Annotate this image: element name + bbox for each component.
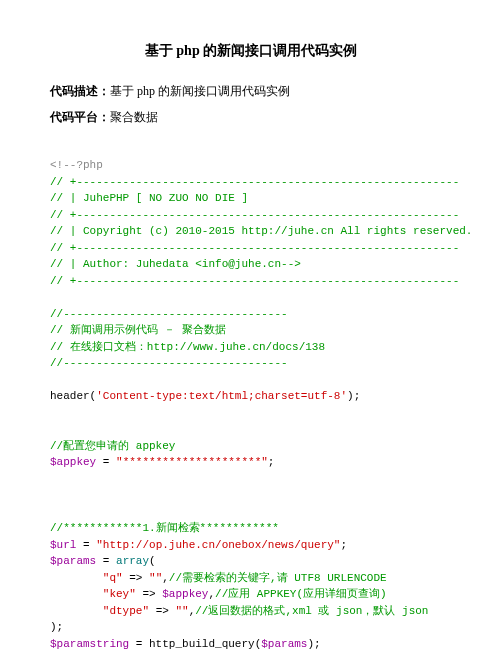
code-line: // +------------------------------------… [50, 209, 459, 221]
code-line: header('Content-type:text/html;charset=u… [50, 390, 360, 402]
code-line: // 新闻调用示例代码 － 聚合数据 [50, 324, 226, 336]
code-line: // +------------------------------------… [50, 242, 459, 254]
code-line: "key" => $appkey,//应用 APPKEY(应用详细页查询) [50, 588, 387, 600]
code-block: <!--?php // +---------------------------… [50, 141, 452, 649]
code-line: //---------------------------------- [50, 357, 288, 369]
code-line: $url = "http://op.juhe.cn/onebox/news/qu… [50, 539, 347, 551]
code-line: // | JuhePHP [ NO ZUO NO DIE ] [50, 192, 248, 204]
meta-desc-value: 基于 php 的新闻接口调用代码实例 [110, 84, 290, 98]
code-line: // | Author: Juhedata <info@juhe.cn--> [50, 258, 301, 270]
code-line: // +------------------------------------… [50, 176, 459, 188]
code-line: "q" => "",//需要检索的关键字,请 UTF8 URLENCODE [50, 572, 387, 584]
code-line: //配置您申请的 appkey [50, 440, 175, 452]
meta-description: 代码描述：基于 php 的新闻接口调用代码实例 [50, 82, 452, 101]
page-title: 基于 php 的新闻接口调用代码实例 [50, 40, 452, 62]
code-line: $params = array( [50, 555, 156, 567]
code-line: <!--?php [50, 159, 103, 171]
code-line: // | Copyright (c) 2010-2015 http://juhe… [50, 225, 472, 237]
code-line: //---------------------------------- [50, 308, 288, 320]
meta-platform-value: 聚合数据 [110, 110, 158, 124]
code-line: $appkey = "*********************"; [50, 456, 274, 468]
meta-platform-label: 代码平台： [50, 110, 110, 124]
code-line: ); [50, 621, 63, 633]
code-line: // +------------------------------------… [50, 275, 459, 287]
code-line: $paramstring = http_build_query($params)… [50, 638, 321, 649]
code-line: //************1.新闻检索************ [50, 522, 279, 534]
code-line: // 在线接口文档：http://www.juhe.cn/docs/138 [50, 341, 325, 353]
code-line: "dtype" => "",//返回数据的格式,xml 或 json，默认 js… [50, 605, 428, 617]
meta-platform: 代码平台：聚合数据 [50, 108, 452, 127]
meta-desc-label: 代码描述： [50, 84, 110, 98]
